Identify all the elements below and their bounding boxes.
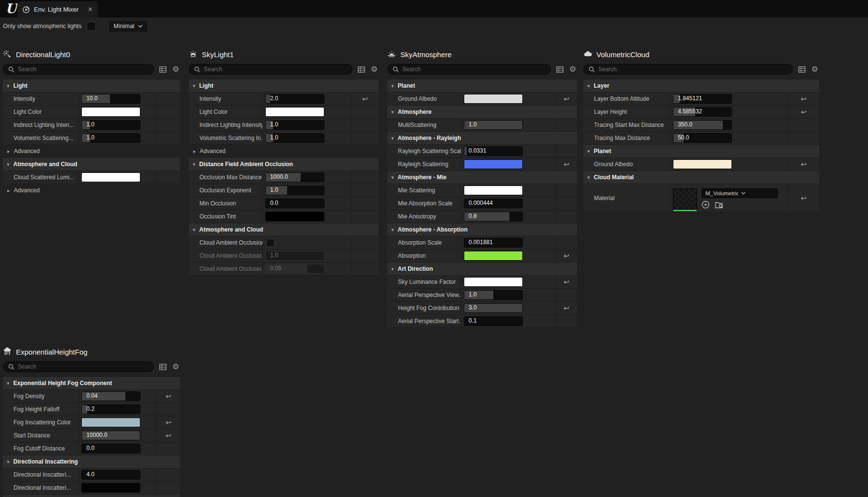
color-swatch[interactable] [464,159,523,169]
search-input[interactable] [18,363,149,370]
color-swatch[interactable] [464,94,523,104]
search-box[interactable] [583,64,793,75]
slider-input[interactable]: 1.0 [464,290,523,300]
section-header-atmosphere-and-cloud[interactable]: ▾Atmosphere and Cloud [3,158,180,171]
settings-gear-icon[interactable]: ⚙ [568,65,577,73]
section-header-light[interactable]: ▾Light [189,79,379,93]
slider-input[interactable]: 0.2 [81,404,140,414]
slider-input[interactable]: 1.0 [265,133,324,143]
search-box[interactable] [3,64,154,75]
section-header-light[interactable]: ▾Light [3,79,180,93]
search-input[interactable] [402,66,546,73]
slider-input[interactable]: 3.0 [464,303,523,313]
section-header-atmosphere-and-cloud[interactable]: ▾Atmosphere and Cloud [189,223,379,236]
slider-input[interactable]: 0.0331 [464,146,523,156]
reset-to-default-button[interactable]: ↩ [362,95,368,102]
numeric-input[interactable]: 0.0 [265,199,324,208]
close-tab-icon[interactable]: ✕ [88,6,93,13]
reset-to-default-button[interactable]: ↩ [563,252,569,259]
advanced-row[interactable]: ▸Advanced [3,145,180,158]
slider-input[interactable]: 50.0 [673,133,732,143]
color-swatch[interactable] [673,159,732,169]
numeric-input[interactable]: 1.0 [265,251,324,261]
numeric-input[interactable]: 0.001881 [464,238,523,248]
section-header-atmosphere[interactable]: ▾Atmosphere [387,106,577,119]
search-input[interactable] [18,66,149,73]
section-header-layer[interactable]: ▾Layer [583,79,819,93]
settings-gear-icon[interactable]: ⚙ [370,65,379,73]
color-swatch[interactable] [265,212,324,221]
section-header-distance-field-ambient-occlusion[interactable]: ▾Distance Field Ambient Occlusion [189,158,379,171]
section-header-art-direction[interactable]: ▾Art Direction [387,263,577,276]
unreal-engine-logo-icon[interactable]: U [4,1,18,16]
color-swatch[interactable] [464,277,523,287]
section-header-atmosphere-rayleigh[interactable]: ▾Atmosphere - Rayleigh [387,132,577,145]
slider-input[interactable]: 0.05 [265,264,324,274]
search-box[interactable] [387,64,551,75]
reset-to-default-button[interactable]: ↩ [801,95,807,102]
section-header-planet[interactable]: ▾Planet [387,79,577,93]
numeric-input[interactable]: 0.000444 [464,199,523,208]
settings-gear-icon[interactable]: ⚙ [171,363,180,371]
material-thumbnail[interactable] [673,188,697,210]
slider-input[interactable]: 350.0 [673,120,732,130]
slider-input[interactable]: 0.8 [464,212,523,221]
color-swatch[interactable] [464,251,523,261]
tab-env-light-mixer[interactable]: Env. Light Mixer ✕ [17,1,98,17]
reset-to-default-button[interactable]: ↩ [563,279,569,285]
search-box[interactable] [189,64,352,75]
slider-input[interactable]: 4.585532 [673,107,732,117]
section-header-cloud-material[interactable]: ▾Cloud Material [583,171,819,184]
only-show-atmospheric-lights-checkbox[interactable] [87,22,96,31]
advanced-row[interactable]: ▸Advanced [189,145,379,158]
details-view-button[interactable] [555,66,564,73]
numeric-input[interactable]: 4.0 [81,470,140,480]
slider-input[interactable]: 1.0 [265,186,324,195]
details-view-button[interactable] [357,66,365,73]
reset-to-default-button[interactable]: ↩ [801,161,807,168]
property-checkbox[interactable] [266,239,274,247]
search-box[interactable] [3,361,154,372]
color-swatch[interactable] [81,483,140,493]
color-swatch[interactable] [464,186,523,195]
reset-to-default-button[interactable]: ↩ [166,432,171,439]
browse-to-asset-icon[interactable] [715,201,724,209]
color-swatch[interactable] [81,107,140,117]
advanced-row[interactable]: ▸Advanced [3,184,180,197]
slider-input[interactable]: 1.0 [81,120,140,130]
reset-to-default-button[interactable]: ↩ [563,95,569,102]
slider-input[interactable]: 1000.0 [265,172,324,182]
reset-to-default-button[interactable]: ↩ [166,419,171,426]
slider-input[interactable]: 10.0 [81,94,140,104]
reset-to-default-button[interactable]: ↩ [801,195,807,202]
details-view-button[interactable] [158,66,167,73]
section-header-exponential-height-fog-component[interactable]: ▾Exponential Height Fog Component [3,377,180,390]
slider-input[interactable]: 1.0 [464,120,523,130]
reset-to-default-button[interactable]: ↩ [166,393,171,400]
numeric-input[interactable]: 0.0 [81,444,140,453]
details-view-button[interactable] [797,66,806,73]
details-view-button[interactable] [158,364,167,370]
section-header-planet[interactable]: ▾Planet [583,145,819,158]
numeric-input[interactable]: 0.1 [464,316,523,326]
search-input[interactable] [598,66,788,73]
color-swatch[interactable] [81,418,140,427]
section-header-directional-inscattering[interactable]: ▾Directional Inscattering [3,455,180,468]
slider-input[interactable]: 1.845121 [673,94,732,104]
detail-level-dropdown[interactable]: Minimal [108,20,148,32]
search-input[interactable] [204,66,347,73]
slider-input[interactable]: 1.0 [81,133,140,143]
slider-input[interactable]: 10000.0 [81,431,140,440]
color-swatch[interactable] [265,107,324,117]
reset-to-default-button[interactable]: ↩ [801,109,807,115]
slider-input[interactable]: 0.04 [81,391,140,401]
section-header-atmosphere-mie[interactable]: ▾Atmosphere - Mie [387,171,577,184]
section-header-atmosphere-absorption[interactable]: ▾Atmosphere - Absorption [387,223,577,236]
slider-input[interactable]: 1.0 [265,120,324,130]
use-selected-asset-icon[interactable] [701,201,710,209]
reset-to-default-button[interactable]: ↩ [563,305,569,311]
settings-gear-icon[interactable]: ⚙ [171,65,180,73]
material-select-dropdown[interactable]: M_VolumetricCloud_03_Mul [701,188,778,198]
slider-input[interactable]: 2.0 [265,94,324,104]
color-swatch[interactable] [81,172,140,182]
